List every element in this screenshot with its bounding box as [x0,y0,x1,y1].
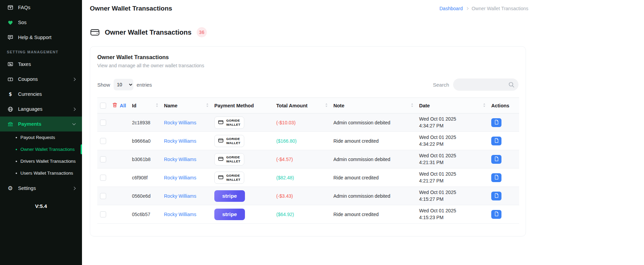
bullet-dot [16,149,17,150]
sidebar-item-settings[interactable]: ⚙ Settings [0,181,82,196]
breadcrumb-dashboard-link[interactable]: Dashboard [440,6,463,11]
sort-icon [155,103,159,108]
sidebar-item-label: Currencies [18,91,77,97]
stripe-badge: stripe [214,190,245,202]
transaction-amount: (-$4.57) [276,157,293,162]
breadcrumb-current: Owner Wallet Transactions [472,6,528,11]
transaction-date: Wed Oct 01 20254:34:27 PM [416,113,489,132]
row-checkbox[interactable] [100,193,106,199]
sidebar-item-languages[interactable]: Languages [0,102,82,117]
entries-label: entries [137,82,152,88]
transaction-amount: ($64.92) [276,212,294,217]
sidebar-item-sos[interactable]: Sos [0,15,82,30]
help-support-icon [7,34,14,41]
owner-name-link[interactable]: Rocky Williams [164,120,196,125]
currencies-dollar-icon: $ [7,91,14,98]
sidebar-subitem-payout-requests[interactable]: Payout Requests [0,131,82,143]
sidebar-item-taxes[interactable]: Taxes [0,57,82,72]
page-size-select[interactable]: 10 [114,79,133,90]
sidebar-item-label: Languages [18,106,68,112]
transaction-date: Wed Oct 01 20254:21:31 PM [416,150,489,169]
pdf-file-icon [494,156,499,162]
page-size-control: Show 10 entries [97,79,152,90]
row-checkbox[interactable] [100,156,106,162]
transaction-note: Admin commission debited [331,113,416,132]
owner-name-link[interactable]: Rocky Williams [164,212,196,217]
chevron-right-icon [72,187,76,190]
transaction-amount: ($166.80) [276,138,297,144]
sidebar-item-coupons[interactable]: Coupons [0,72,82,87]
page-header: Owner Wallet Transactions 36 [90,27,533,37]
download-pdf-button[interactable] [491,137,501,145]
search-icon [508,81,515,89]
download-pdf-button[interactable] [491,210,501,219]
select-all-checkbox[interactable] [100,103,106,109]
owner-name-link[interactable]: Rocky Williams [164,175,196,180]
transactions-card: Owner Wallet Transactions View and manag… [90,46,526,236]
owner-name-link[interactable]: Rocky Williams [164,157,196,162]
sidebar-subitem-owner-wallet-transactions[interactable]: Owner Wallet Transactions [0,143,82,155]
show-label: Show [97,82,110,88]
column-header-note[interactable]: Note [331,98,416,113]
sidebar-item-help-support[interactable]: Help & Support [0,30,82,45]
table-header-row: All Id Name [97,98,519,113]
sos-heart-icon [7,19,14,26]
download-pdf-button[interactable] [491,118,501,127]
owner-name-link[interactable]: Rocky Williams [164,193,196,199]
download-pdf-button[interactable] [491,173,501,182]
sidebar-subitem-drivers-wallet-transactions[interactable]: Drivers Wallet Transactions [0,155,82,167]
goride-wallet-badge: GORIDEWALLET [214,117,244,129]
card-subtitle: View and manage all the owner wallet tra… [97,63,518,68]
row-checkbox[interactable] [100,138,106,144]
sidebar-item-payments[interactable]: Payments [0,117,82,131]
goride-wallet-badge: GORIDEWALLET [214,153,244,165]
table-row: 05c6b57 Rocky Williams stripe ($64.92) R… [97,205,519,224]
sidebar-item-label: FAQs [18,5,77,10]
column-header-payment-method: Payment Method [212,98,274,113]
row-checkbox[interactable] [100,175,106,181]
row-checkbox[interactable] [100,211,106,217]
sidebar-item-label: Coupons [18,76,68,82]
bullet-dot [16,173,17,174]
row-checkbox[interactable] [100,120,106,126]
table-row: b9666a0 Rocky Williams GORIDEWALLET ($16… [97,132,519,150]
payments-bank-icon [7,121,14,127]
chevron-right-icon [72,77,76,81]
column-header-date[interactable]: Date [416,98,489,113]
column-header-id[interactable]: Id [129,98,161,113]
trash-icon [112,102,117,109]
section-label-setting-management: SETTING MANAGEMENT [0,45,82,57]
transaction-note: Admin commission debited [331,150,416,169]
transaction-date: Wed Oct 01 20254:21:27 PM [416,169,489,187]
sidebar-item-currencies[interactable]: $ Currencies [0,87,82,102]
chevron-right-icon [72,107,76,111]
page-header-title: Owner Wallet Transactions [105,29,192,36]
transaction-amount: (-$10.03) [276,120,296,125]
wallet-icon [218,138,224,144]
column-header-actions: Actions [489,98,519,113]
download-pdf-button[interactable] [491,192,501,200]
table-row: 2c18938 Rocky Williams GORIDEWALLET (-$1… [97,113,519,132]
sidebar-item-label: Payments [18,121,68,127]
transaction-note: Admin commission debited [331,187,416,205]
owner-name-link[interactable]: Rocky Williams [164,138,196,144]
table-row: c6f908f Rocky Williams GORIDEWALLET ($82… [97,169,519,187]
svg-text:$: $ [9,91,12,96]
transaction-id: b9666a0 [129,132,161,150]
sidebar-item-label: Taxes [18,61,77,67]
sidebar-item-faqs[interactable]: FAQs [0,0,82,15]
delete-all-control[interactable]: All [112,102,127,109]
sidebar-subitem-label: Owner Wallet Transactions [20,147,75,152]
column-header-total-amount[interactable]: Total Amount [274,98,331,113]
globe-icon [7,106,14,112]
search-control: Search [433,78,518,91]
wallet-icon [90,28,100,37]
transaction-note: Ride amount credited [331,169,416,187]
download-pdf-button[interactable] [491,155,501,164]
sidebar-subitem-users-wallet-transactions[interactable]: Users Wallet Transactions [0,167,82,179]
column-header-name[interactable]: Name [161,98,212,113]
select-all-label: All [120,103,126,108]
transactions-table: All Id Name [97,98,519,224]
sidebar-subitem-label: Payout Requests [20,135,55,140]
pdf-file-icon [494,175,499,181]
